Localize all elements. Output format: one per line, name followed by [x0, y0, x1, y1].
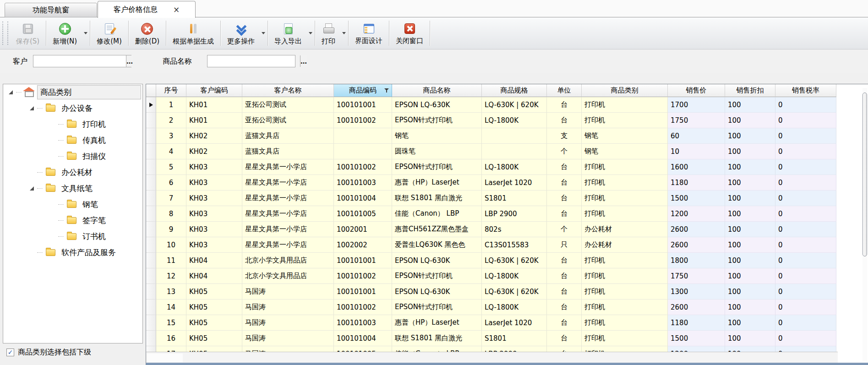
cell-unit[interactable]: 台	[547, 206, 582, 222]
cell-tax[interactable]: 0	[775, 206, 836, 222]
cell-cust_code[interactable]: KH01	[186, 97, 242, 113]
cell-cust_code[interactable]: KH03	[186, 159, 242, 175]
cell-spec[interactable]: LQ-630K | 620K	[482, 97, 547, 113]
cell-cust_code[interactable]: KH05	[186, 331, 242, 346]
cell-cust_code[interactable]: KH04	[186, 268, 242, 284]
cell-cust_name[interactable]: 北京小学文具用品店	[242, 253, 334, 268]
cell-price[interactable]: 1750	[668, 113, 725, 128]
cell-seq[interactable]: 2	[156, 113, 186, 128]
cell-tax[interactable]: 0	[775, 268, 836, 284]
cell-spec[interactable]: LQ-630K | 620K	[482, 284, 547, 300]
cell-discount[interactable]: 100	[725, 300, 775, 315]
cell-tax[interactable]: 0	[775, 237, 836, 253]
toolbar-button-save[interactable]: 保存(S)	[10, 19, 45, 48]
cell-price[interactable]: 10	[668, 144, 725, 159]
cell-category[interactable]: 打印机	[582, 253, 668, 268]
cell-discount[interactable]: 100	[725, 346, 775, 352]
cell-price[interactable]: 2600	[668, 300, 725, 315]
cell-unit[interactable]: 台	[547, 253, 582, 268]
cell-discount[interactable]: 100	[725, 253, 775, 268]
cell-cust_name[interactable]: 星星文具第一小学店	[242, 237, 334, 253]
tree-node-传真机[interactable]: 传真机	[3, 132, 142, 148]
cell-cust_code[interactable]: KH05	[186, 315, 242, 331]
tab-function-navigator[interactable]: 功能导航窗	[5, 3, 97, 17]
cell-price[interactable]: 2600	[668, 237, 725, 253]
cell-unit[interactable]: 台	[547, 346, 582, 352]
cell-prod_name[interactable]: 佳能（Canon） LBP	[392, 346, 482, 352]
cell-category[interactable]: 打印机	[582, 268, 668, 284]
cell-discount[interactable]: 100	[725, 113, 775, 128]
cell-category[interactable]: 打印机	[582, 346, 668, 352]
cell-prod_code[interactable]: 100101004	[334, 191, 392, 206]
cell-prod_name[interactable]: EPSON针式打印机	[392, 268, 482, 284]
cell-tax[interactable]: 0	[775, 175, 836, 191]
cell-cust_name[interactable]: 亚拓公司测试	[242, 113, 334, 128]
cell-tax[interactable]: 0	[775, 315, 836, 331]
cell-price[interactable]: 1300	[668, 284, 725, 300]
cell-prod_name[interactable]: 惠普（HP）LaserJet	[392, 315, 482, 331]
cell-discount[interactable]: 100	[725, 97, 775, 113]
cell-cust_code[interactable]: KH03	[186, 175, 242, 191]
cell-spec[interactable]: LaserJet 1020	[482, 315, 547, 331]
cell-tax[interactable]: 0	[775, 113, 836, 128]
table-row[interactable]: 8KH03星星文具第一小学店100101005佳能（Canon） LBPLBP …	[146, 206, 836, 222]
tree-node-打印机[interactable]: 打印机	[3, 116, 142, 132]
cell-prod_code[interactable]	[334, 128, 392, 144]
toolbar-button-more-actions[interactable]: 更多操作	[221, 19, 261, 48]
cell-discount[interactable]: 100	[725, 268, 775, 284]
cell-price[interactable]: 60	[668, 128, 725, 144]
cell-spec[interactable]: S1801	[482, 191, 547, 206]
cell-prod_name[interactable]: EPSON LQ-630K	[392, 97, 482, 113]
cell-category[interactable]: 打印机	[582, 284, 668, 300]
cell-price[interactable]: 1800	[668, 253, 725, 268]
cell-prod_name[interactable]: 联想 S1801 黑白激光	[392, 191, 482, 206]
cell-unit[interactable]: 台	[547, 175, 582, 191]
cell-cust_name[interactable]: 星星文具第一小学店	[242, 206, 334, 222]
cell-spec[interactable]: 802s	[482, 222, 547, 237]
toolbar-button-ui-design[interactable]: 界面设计	[349, 19, 388, 47]
cell-discount[interactable]: 100	[725, 191, 775, 206]
tree-node-扫描仪[interactable]: 扫描仪	[3, 148, 142, 164]
cell-category[interactable]: 打印机	[582, 175, 668, 191]
cell-cust_name[interactable]: 马国涛	[242, 346, 334, 352]
cell-seq[interactable]: 11	[156, 253, 186, 268]
cell-category[interactable]: 钢笔	[582, 128, 668, 144]
cell-category[interactable]: 打印机	[582, 315, 668, 331]
tree-node-文具纸笔[interactable]: 文具纸笔	[3, 180, 142, 196]
cell-unit[interactable]: 个	[547, 144, 582, 159]
cell-seq[interactable]: 7	[156, 191, 186, 206]
cell-cust_code[interactable]: KH05	[186, 346, 242, 352]
toolbar-button-edit[interactable]: 修改(M)	[91, 19, 128, 48]
cell-discount[interactable]: 100	[725, 284, 775, 300]
product-name-input[interactable]	[207, 55, 300, 67]
table-row[interactable]: 6KH03星星文具第一小学店100101003惠普（HP）LaserJetLas…	[146, 175, 836, 191]
cell-tax[interactable]: 0	[775, 128, 836, 144]
cell-prod_code[interactable]: 100101002	[334, 300, 392, 315]
table-row[interactable]: 14KH05马国涛100101002EPSON针式打印机LQ-1800K台打印机…	[146, 300, 836, 315]
column-header-prod_name[interactable]: 商品名称	[392, 84, 482, 97]
cell-seq[interactable]: 4	[156, 144, 186, 159]
cell-price[interactable]: 1750	[668, 268, 725, 284]
cell-prod_name[interactable]: 佳能（Canon） LBP	[392, 206, 482, 222]
table-row[interactable]: 12KH04北京小学文具用品店100101002EPSON针式打印机LQ-180…	[146, 268, 836, 284]
cell-seq[interactable]: 9	[156, 222, 186, 237]
cell-price[interactable]: 2600	[668, 222, 725, 237]
cell-cust_name[interactable]: 星星文具第一小学店	[242, 222, 334, 237]
tree-node-办公耗材[interactable]: 办公耗材	[3, 164, 142, 180]
tree-node-钢笔[interactable]: 钢笔	[3, 196, 142, 212]
expand-toggle-icon[interactable]	[9, 90, 13, 94]
cell-price[interactable]: 1500	[668, 191, 725, 206]
table-row[interactable]: 1KH01亚拓公司测试100101001EPSON LQ-630KLQ-630K…	[146, 97, 836, 113]
table-row[interactable]: 15KH05马国涛100101003惠普（HP）LaserJetLaserJet…	[146, 315, 836, 331]
cell-seq[interactable]: 6	[156, 175, 186, 191]
cell-category[interactable]: 打印机	[582, 113, 668, 128]
cell-category[interactable]: 钢笔	[582, 144, 668, 159]
dropdown-arrow-icon[interactable]	[84, 32, 87, 34]
cell-cust_name[interactable]: 星星文具第一小学店	[242, 175, 334, 191]
table-row[interactable]: 4KH02蓝猫文具店圆珠笔个钢笔101000	[146, 144, 836, 159]
column-header-cust_code[interactable]: 客户编码	[186, 84, 242, 97]
cell-prod_code[interactable]: 100101004	[334, 331, 392, 346]
cell-unit[interactable]: 只	[547, 237, 582, 253]
column-header-unit[interactable]: 单位	[547, 84, 582, 97]
cell-seq[interactable]: 13	[156, 284, 186, 300]
